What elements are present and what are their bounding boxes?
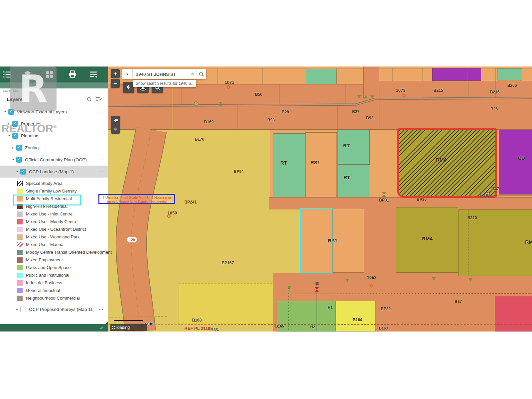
legend-item: Single Family Low Density <box>0 187 108 195</box>
layer-tree-row[interactable]: OCP Proposed Storeys (Map 11) <box>0 303 108 315</box>
clear-search-button[interactable]: × <box>189 71 197 77</box>
map-parcel-label: B27 <box>352 109 359 114</box>
expand-arrow-icon[interactable] <box>3 110 8 113</box>
search-source-dropdown[interactable]: ▾ <box>122 69 133 79</box>
back-arrow-icon[interactable] <box>113 117 119 123</box>
layers-icon[interactable] <box>23 70 32 79</box>
legend-label: Parks and Open Space <box>26 265 70 270</box>
layer-checkbox[interactable] <box>8 109 14 115</box>
layer-tree-row[interactable]: Viewport External Layers <box>0 106 108 118</box>
legend-label: Industrial Business <box>26 280 62 285</box>
layer-label[interactable]: Zoning <box>25 145 93 150</box>
expand-arrow-icon[interactable] <box>7 134 12 137</box>
layer-menu-ellipsis-icon[interactable] <box>93 134 108 137</box>
layer-tree-row[interactable]: OCP Landuse (Map 1) <box>0 166 108 178</box>
zoom-out-button[interactable]: − <box>111 79 120 88</box>
layer-label[interactable]: OCP Landuse (Map 1) <box>29 169 93 174</box>
menu-icon[interactable] <box>89 70 98 79</box>
map-parcel-label: B28 <box>282 110 289 114</box>
layer-label[interactable]: Properties <box>21 121 93 126</box>
legend-swatch <box>17 273 23 278</box>
map-parcel-label: BP167 <box>222 261 234 265</box>
plus-icon: + <box>113 70 117 77</box>
submit-search-button[interactable] <box>197 69 206 79</box>
search-suggestion[interactable]: Show search results for 1940 S... <box>133 80 196 87</box>
search-icon[interactable] <box>86 96 92 102</box>
layer-menu-ellipsis-icon[interactable] <box>93 158 108 161</box>
map-parcel-label: 1147 <box>490 186 499 191</box>
legend-item: Neighbourhood Commercial <box>0 294 108 302</box>
legend-item: Parks and Open Space <box>0 264 108 271</box>
map-parcel-label: REF PL 31188 <box>184 326 212 331</box>
extent-nav-buttons <box>111 116 120 134</box>
map-parcel-label: B266 <box>507 83 517 88</box>
layer-tree-row[interactable]: Official Community Plan (OCP) <box>0 154 108 166</box>
legend-list-icon[interactable] <box>3 70 11 79</box>
basemap-grid-icon[interactable] <box>45 70 54 79</box>
loading-label: loading <box>116 325 130 330</box>
expand-arrow-icon[interactable] <box>11 146 16 149</box>
map-parcel-label: B37 <box>455 299 462 304</box>
legend-label: General Industrial <box>26 288 60 293</box>
legend-swatch <box>17 189 23 194</box>
layer-label[interactable]: Planning <box>21 133 93 138</box>
layer-menu-ellipsis-icon[interactable] <box>93 308 108 311</box>
layer-checkbox[interactable] <box>16 145 22 151</box>
layer-label[interactable]: Official Community Plan (OCP) <box>25 157 93 162</box>
layer-tree-row[interactable]: Properties <box>0 118 108 130</box>
expand-arrow-icon[interactable] <box>7 122 12 125</box>
legend-label: Single Family Low Density <box>26 189 76 194</box>
map-parcel-label: 129 <box>127 237 137 242</box>
layer-list-tab: Layer List <box>3 88 19 92</box>
legend-label: Neighbourhood Commercial <box>26 296 80 301</box>
layer-label[interactable]: OCP Proposed Storeys (Map 11) <box>29 307 93 312</box>
map-parcel-label: CD <box>518 155 525 161</box>
layer-menu-ellipsis-icon[interactable] <box>93 170 108 173</box>
legend-label: Mixed Employment <box>26 257 63 262</box>
layer-checkbox[interactable] <box>20 307 26 312</box>
map-parcel-label: RT <box>280 160 287 166</box>
legend-label: Mixed Use - Oceanfront District <box>26 227 86 232</box>
map-parcel-label: B169 <box>204 120 214 124</box>
forward-arrow-icon[interactable] <box>113 126 119 132</box>
map-parcel-label: B215 <box>434 88 443 93</box>
print-icon[interactable] <box>68 70 77 79</box>
map-parcel-label: 1071 <box>225 80 234 85</box>
layer-menu-ellipsis-icon[interactable] <box>93 146 108 149</box>
expand-arrow-icon[interactable] <box>15 308 20 311</box>
legend-item: Mixed Use - Oceanfront District <box>0 225 108 233</box>
layer-tree-row[interactable]: Planning <box>0 130 108 142</box>
loading-grid-icon <box>112 326 113 327</box>
layer-menu-ellipsis-icon[interactable] <box>93 110 108 113</box>
legend-item: General Industrial <box>0 287 108 294</box>
filter-check-icon[interactable] <box>95 96 102 102</box>
expand-arrow-icon[interactable] <box>11 158 16 161</box>
map-parcel-label: B164 <box>353 318 362 322</box>
layer-checkbox[interactable] <box>12 133 18 139</box>
map-parcel-label: BP94 <box>234 169 244 174</box>
collapse-panel-button[interactable]: « <box>100 324 103 332</box>
layer-label[interactable]: Viewport External Layers <box>17 109 93 114</box>
map-parcel-label: BP241 <box>185 200 197 204</box>
layer-checkbox[interactable] <box>16 157 22 163</box>
layers-title-icons <box>86 96 102 102</box>
legend-swatch <box>17 257 23 263</box>
sidebar-toolbar <box>0 66 108 88</box>
gis-app: 1071 B50 B28 B27 B93 B92 B169 B170 1073 … <box>0 66 532 332</box>
layer-checkbox[interactable] <box>20 169 26 175</box>
search-input[interactable]: 1940 ST JOHNS ST <box>133 72 189 77</box>
map-annotation-box: 6 Units for Small Scale Multi Unit Housi… <box>98 194 175 204</box>
layer-menu-ellipsis-icon[interactable] <box>93 122 108 125</box>
expand-arrow-icon[interactable] <box>15 170 20 173</box>
layers-panel-title: Layers <box>7 96 23 102</box>
map-parcel-label: B168 <box>192 318 202 323</box>
layer-list-sidebar: Layer List Layers Viewport External Laye… <box>0 66 108 332</box>
select-tool-button[interactable] <box>123 82 134 93</box>
layer-checkbox[interactable] <box>12 121 18 127</box>
map-parcel-label: B210 <box>467 215 477 220</box>
layer-tree-row[interactable]: Zoning <box>0 142 108 154</box>
legend-item: Mixed Employment <box>0 256 108 264</box>
legend-item: Mixed Use - Inlet Centre <box>0 210 108 218</box>
legend-swatch <box>17 181 23 186</box>
zoom-in-button[interactable]: + <box>111 69 120 78</box>
